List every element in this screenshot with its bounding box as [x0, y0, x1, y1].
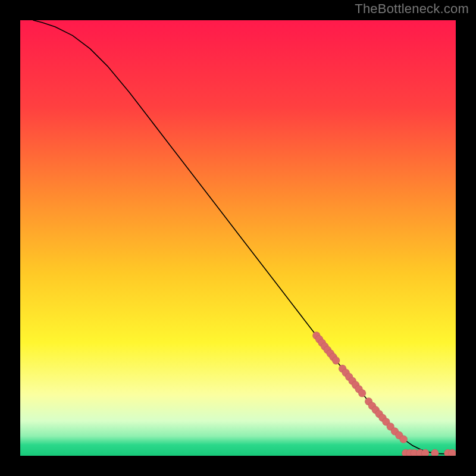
chart-stage: TheBottleneck.com [0, 0, 476, 476]
baseline-dot [431, 449, 439, 456]
plot-background [20, 20, 456, 456]
curve-dot [400, 436, 408, 443]
baseline-dot [421, 449, 429, 456]
baseline-dot [449, 449, 456, 456]
curve-dot [358, 389, 366, 397]
curve-dot [332, 356, 340, 364]
attribution-label: TheBottleneck.com [355, 1, 469, 17]
bottleneck-chart [20, 20, 456, 456]
